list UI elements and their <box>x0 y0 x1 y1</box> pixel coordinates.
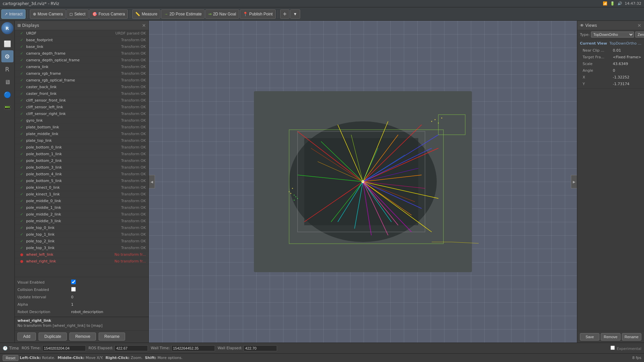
check-icon: ✓ <box>20 38 25 42</box>
display-item-18[interactable]: ✓pole_bottom_1_linkTransform OK <box>15 151 149 158</box>
display-name: gyro_link <box>26 118 121 123</box>
left-click-label: Left-Click: <box>20 356 41 360</box>
icon-bar-item-4[interactable]: 🖥 <box>1 76 13 88</box>
display-item-1[interactable]: ✓base_footprintTransform OK <box>15 37 149 44</box>
views-type-select[interactable]: TopDownOrtho Orbit XYOrbit FPS ThirdPers… <box>591 32 634 38</box>
reset-button[interactable]: Reset <box>3 355 18 361</box>
display-name: plate_middle_link <box>26 132 121 136</box>
views-header-title: 👁 Views <box>580 23 597 28</box>
display-name: plate_top_link <box>26 138 121 143</box>
display-item-30[interactable]: ✓pole_top_1_linkTransform OK <box>15 231 149 238</box>
display-item-17[interactable]: ✓pole_bottom_0_linkTransform OK <box>15 144 149 151</box>
display-item-24[interactable]: ✓pole_kinect_1_linkTransform OK <box>15 191 149 198</box>
display-name: pole_bottom_1_link <box>26 152 121 156</box>
display-item-21[interactable]: ✓pole_bottom_4_linkTransform OK <box>15 171 149 178</box>
property-value <box>71 280 146 285</box>
check-icon: ✓ <box>20 125 25 129</box>
collapse-right-button[interactable]: ▶ <box>571 175 577 188</box>
displays-close-button[interactable]: ✕ <box>142 23 146 28</box>
display-name: pole_middle_0_link <box>26 199 121 203</box>
move-camera-icon: ⊕ <box>33 12 36 16</box>
view-property-row-0: Near Clip ...0.01 <box>577 47 644 54</box>
icon-bar-item-3[interactable]: R <box>1 63 13 75</box>
display-status: Transform OK <box>121 145 146 149</box>
display-name: caster_back_link <box>26 85 121 89</box>
display-item-31[interactable]: ✓pole_top_2_linkTransform OK <box>15 238 149 245</box>
check-icon: ✓ <box>20 85 25 89</box>
display-status: Transform OK <box>121 152 146 156</box>
icon-bar-item-1[interactable]: ⬜ <box>1 38 13 50</box>
display-item-34[interactable]: ●wheel_right_linkNo transform fr... <box>15 258 149 265</box>
icon-bar-item-6[interactable]: 📟 <box>1 101 13 113</box>
display-item-23[interactable]: ✓pole_kinect_0_linkTransform OK <box>15 184 149 191</box>
left-panel: ⊞ Displays ✕ ✓URDFURDF parsed OK✓base_fo… <box>15 21 149 343</box>
display-item-11[interactable]: ✓cliff_sensor_left_linkTransform OK <box>15 104 149 111</box>
display-item-7[interactable]: ✓camera_rgb_optical_frameTransform OK <box>15 77 149 84</box>
display-item-3[interactable]: ✓camera_depth_frameTransform OK <box>15 50 149 57</box>
display-item-16[interactable]: ✓plate_top_linkTransform OK <box>15 137 149 144</box>
rename-view-button[interactable]: Rename <box>622 333 641 341</box>
views-zero-button[interactable]: Zero <box>635 32 644 38</box>
center-view[interactable]: ◀ ▶ <box>149 21 577 343</box>
collapse-left-button[interactable]: ◀ <box>149 175 155 188</box>
display-item-26[interactable]: ✓pole_middle_1_linkTransform OK <box>15 204 149 211</box>
display-item-19[interactable]: ✓pole_bottom_2_linkTransform OK <box>15 158 149 164</box>
viewport[interactable]: ◀ ▶ <box>149 21 577 343</box>
display-status: Transform OK <box>121 85 146 89</box>
focus-camera-button[interactable]: 🎯 Focus Camera <box>89 9 128 19</box>
property-checkbox-0[interactable] <box>71 280 76 284</box>
extra-button-1[interactable]: ✛ <box>280 9 289 19</box>
move-camera-button[interactable]: ⊕ Move Camera <box>30 9 66 19</box>
display-item-12[interactable]: ✓cliff_sensor_right_linkTransform OK <box>15 111 149 117</box>
nav-goal-button[interactable]: ⇒ 2D Nav Goal <box>205 9 239 19</box>
pose-estimate-button[interactable]: → 2D Pose Estimate <box>161 9 205 19</box>
shift-desc: More options. <box>157 356 182 360</box>
property-name: Visual Enabled <box>17 280 71 285</box>
icon-bar-item-5[interactable]: 🔵 <box>1 88 13 101</box>
views-close-button[interactable]: ✕ <box>637 23 641 28</box>
display-item-15[interactable]: ✓plate_middle_linkTransform OK <box>15 131 149 137</box>
wall-elapsed-group: Wall Elapsed: <box>218 345 277 351</box>
display-item-29[interactable]: ✓pole_top_0_linkTransform OK <box>15 225 149 231</box>
display-item-32[interactable]: ✓pole_top_3_linkTransform OK <box>15 245 149 251</box>
wall-time-input[interactable] <box>171 345 215 351</box>
add-button[interactable]: Add <box>17 333 36 341</box>
display-item-10[interactable]: ✓cliff_sensor_front_linkTransform OK <box>15 97 149 104</box>
display-item-9[interactable]: ✓caster_front_linkTransform OK <box>15 90 149 97</box>
remove-view-button[interactable]: Remove <box>601 333 620 341</box>
select-button[interactable]: ◻ Select <box>66 9 88 19</box>
measure-button[interactable]: 📏 Measure <box>132 9 160 19</box>
display-item-5[interactable]: ✓camera_linkTransform OK <box>15 64 149 70</box>
duplicate-button[interactable]: Duplicate <box>39 333 67 341</box>
ros-time-input[interactable] <box>42 345 86 351</box>
wall-elapsed-input[interactable] <box>244 345 277 351</box>
display-item-33[interactable]: ●wheel_left_linkNo transform fr... <box>15 251 149 258</box>
rename-button[interactable]: Rename <box>99 333 125 341</box>
display-item-8[interactable]: ✓caster_back_linkTransform OK <box>15 84 149 90</box>
property-checkbox-1[interactable] <box>71 287 76 292</box>
display-item-22[interactable]: ✓pole_bottom_5_linkTransform OK <box>15 178 149 184</box>
display-item-14[interactable]: ✓plate_bottom_linkTransform OK <box>15 124 149 131</box>
property-value: 1 <box>71 302 146 307</box>
display-status: Transform OK <box>121 38 146 42</box>
display-item-6[interactable]: ✓camera_rgb_frameTransform OK <box>15 70 149 77</box>
display-item-20[interactable]: ✓pole_bottom_3_linkTransform OK <box>15 164 149 171</box>
display-item-2[interactable]: ✓base_linkTransform OK <box>15 44 149 50</box>
remove-button[interactable]: Remove <box>69 333 96 341</box>
display-item-4[interactable]: ✓camera_depth_optical_frameTransform OK <box>15 57 149 64</box>
icon-bar-item-2[interactable]: ⚙ <box>1 50 13 62</box>
save-button[interactable]: Save <box>580 333 599 341</box>
view-property-name: Near Clip ... <box>583 48 613 53</box>
display-item-28[interactable]: ✓pole_middle_3_linkTransform OK <box>15 218 149 225</box>
display-status: Transform OK <box>121 78 146 82</box>
ros-elapsed-input[interactable] <box>114 345 148 351</box>
displays-list[interactable]: ✓URDFURDF parsed OK✓base_footprintTransf… <box>15 30 149 277</box>
display-item-25[interactable]: ✓pole_middle_0_linkTransform OK <box>15 198 149 204</box>
publish-point-button[interactable]: 📍 Publish Point <box>240 9 276 19</box>
experimental-checkbox[interactable] <box>610 346 615 350</box>
interact-button[interactable]: ↗ Interact <box>1 9 25 19</box>
display-item-13[interactable]: ✓gyro_linkTransform OK <box>15 117 149 124</box>
display-item-27[interactable]: ✓pole_middle_2_linkTransform OK <box>15 211 149 218</box>
display-item-0[interactable]: ✓URDFURDF parsed OK <box>15 30 149 37</box>
extra-button-2[interactable]: ▼ <box>290 9 300 19</box>
